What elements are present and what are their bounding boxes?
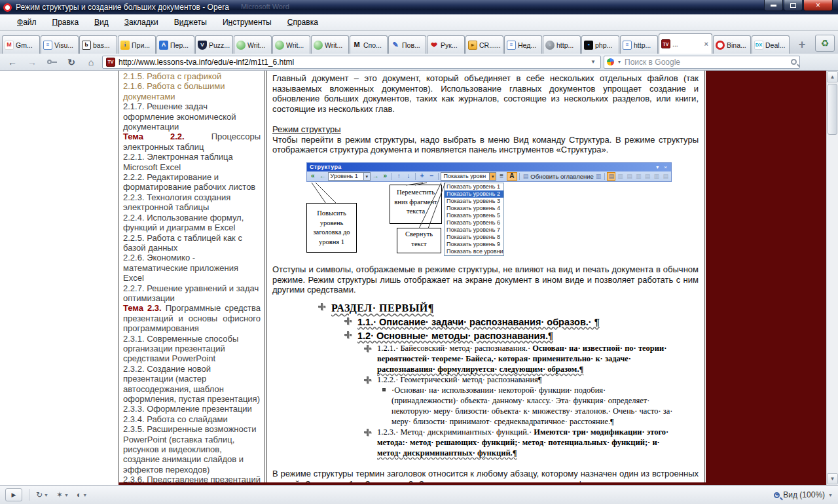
tab-spo[interactable]: Спо... <box>350 35 388 54</box>
sidebar-link[interactable]: 2.3.4. Работа со слайдами <box>123 414 261 424</box>
globe-clock-icon: ◐ <box>77 490 81 499</box>
sidebar-link[interactable]: 2.2.5. Работа с таблицей как с базой дан… <box>123 233 261 253</box>
chevron-down-icon: ▼ <box>828 493 833 497</box>
menu-help[interactable]: Справка <box>280 16 326 29</box>
tab-cr[interactable]: CR...... <box>465 35 503 54</box>
dropdown-item: Показать уровень 6 <box>445 219 503 226</box>
menu-view[interactable]: Вид <box>86 16 117 29</box>
menu-bar: Файл Правка Вид Закладки Виджеты Инструм… <box>0 14 838 31</box>
reload-button[interactable]: ↻ <box>63 57 80 67</box>
status-bar: ▶ ↻▼ ✶▼ ◐▼ Вид (100%) ▼ <box>0 485 838 504</box>
outline-plus-icon <box>344 317 352 325</box>
sidebar-link[interactable]: 2.3.1. Современные способы организации п… <box>123 334 261 364</box>
tv-favicon <box>106 58 115 67</box>
close-button[interactable]: × <box>803 0 833 11</box>
sidebar-link[interactable]: 2.2.6. Экономико - математические прилож… <box>123 253 261 283</box>
sidebar-link[interactable]: 2.1.7. Решение задач оформление экономич… <box>123 101 261 132</box>
sidebar-link[interactable]: 2.2.1. Электронная таблица Microsoft Exc… <box>123 152 261 172</box>
new-tab-button[interactable]: + <box>793 36 811 53</box>
tab-lessons-tva-active[interactable]: ...× <box>659 33 712 54</box>
goto-toc-icon: ▥ <box>596 171 602 182</box>
sidebar-link[interactable]: 2.2.4. Использование формул, функций и д… <box>123 213 261 233</box>
sidebar-link[interactable]: 2.3.5. Расширенные возможности PowerPoin… <box>123 424 261 475</box>
tab-ruk[interactable]: Рук... <box>427 35 465 54</box>
promote-button: ← <box>318 172 327 181</box>
web-page-viewport: 2.1.5. Работа с графикой 2.1.6. Работа с… <box>0 71 838 485</box>
zoom-control[interactable]: Вид (100%) ▼ <box>774 490 833 499</box>
menu-bookmarks[interactable]: Закладки <box>117 16 166 29</box>
dropdown-item: Показать уровень 4 <box>445 205 503 212</box>
tab-puzzle[interactable]: Puzz... <box>195 35 233 54</box>
tab-binary[interactable]: Bina... <box>713 35 751 54</box>
closed-tabs-trash-button[interactable]: ♻ <box>815 35 835 52</box>
home-button[interactable]: ⌂ <box>82 57 100 67</box>
tab-translate[interactable]: Пер... <box>156 35 194 54</box>
search-engine-dropdown-icon[interactable]: ▾ <box>617 59 622 65</box>
search-input[interactable]: ▾ Поиск в Google <box>604 56 800 69</box>
menu-file[interactable]: Файл <box>9 16 45 29</box>
outline-level-combobox: Уровень 1▾ <box>328 172 371 181</box>
tab-writing-2[interactable]: Writ... <box>272 35 310 54</box>
document-outline-figure: РАЗДЕЛ· ПЕРВЫЙ¶ 1.1.· Описание· задачи· … <box>272 301 699 458</box>
dropdown-item-selected: Показать уровень 2 <box>445 190 503 198</box>
outline-line-level2: 1.2· Основные· методы· распознавания.¶ <box>272 329 699 343</box>
tab-gmail[interactable]: Gm... <box>2 35 40 54</box>
window-title: Режим структуры и создание больших докум… <box>16 3 229 12</box>
combo-arrow-icon: ▾ <box>363 173 370 180</box>
master-document-view-button: ▤ <box>607 172 615 181</box>
sync-menu-button[interactable]: ↻▼ <box>32 489 52 501</box>
scroll-down-button[interactable]: ▼ <box>827 473 838 484</box>
master-doc-button: ▤ <box>661 172 670 181</box>
turbo-menu-button[interactable]: ✶▼ <box>52 489 73 501</box>
tab-http-2[interactable]: http... <box>620 35 658 54</box>
menu-widgets[interactable]: Виджеты <box>166 16 215 29</box>
tab-pri[interactable]: При... <box>118 35 156 54</box>
sidebar-link[interactable]: 2.2.2. Редактирование и форматирование р… <box>123 172 261 192</box>
paragraph-switch-to-structure: Чтобы перейти в режим структуры, надо вы… <box>272 135 699 155</box>
url-dropdown-icon[interactable]: ▼ <box>589 59 597 65</box>
panels-toggle-button[interactable]: ▶ <box>5 488 22 501</box>
tab-php[interactable]: php... <box>581 35 619 54</box>
tab-writing-1[interactable]: Writ... <box>234 35 272 54</box>
paragraph-heading-definition: В режиме структуры термин заголовок отно… <box>272 469 699 482</box>
wand-login-button[interactable] <box>43 60 60 64</box>
folder-icon <box>468 41 477 50</box>
tab-http-1[interactable]: http... <box>543 35 581 54</box>
forward-button[interactable]: → <box>24 57 41 67</box>
sidebar-link-current[interactable]: 2.1.6. Работа с большими документами <box>123 81 261 101</box>
restore-button[interactable] <box>784 0 803 11</box>
google-icon <box>607 58 614 65</box>
red-heart-icon <box>429 41 439 50</box>
sidebar-link[interactable]: 2.1.5. Работа с графикой <box>123 71 261 81</box>
combo-arrow-icon: ▾ <box>489 173 496 180</box>
structure-toolbar: Структура ▾ × « ← Уровень 1▾ → » ↑ ↓ <box>306 162 672 182</box>
sidebar-link[interactable]: 2.3.6. Представление презентаций <box>123 475 261 482</box>
sidebar-link[interactable]: 2.2.3. Технология создания электронной т… <box>123 192 261 213</box>
close-icon: × <box>816 1 820 9</box>
sidebar-link[interactable]: 2.3.3. Оформление презентации <box>123 404 261 414</box>
tab-basic[interactable]: bas... <box>79 35 117 54</box>
search-icon[interactable] <box>791 59 797 65</box>
green-ball-icon <box>275 41 284 50</box>
menu-edit[interactable]: Правка <box>45 16 87 29</box>
minimize-button[interactable] <box>764 0 783 11</box>
back-button[interactable]: ← <box>4 57 21 67</box>
network-menu-button[interactable]: ◐▼ <box>73 489 91 501</box>
home-icon: ⌂ <box>88 57 94 67</box>
scroll-up-button[interactable]: ▲ <box>827 71 838 82</box>
menu-tools[interactable]: Инструменты <box>215 16 280 29</box>
sidebar-theme: Тема 2.3. Программные средства презентац… <box>123 303 261 333</box>
tab-visual[interactable]: Visu... <box>41 35 79 54</box>
toolbar-separator <box>415 173 416 180</box>
sidebar-link[interactable]: 2.3.2. Создание новой презентации (масте… <box>123 364 261 405</box>
page-scrollbar[interactable]: ▲ ▼ <box>826 71 838 485</box>
tab-writing-3[interactable]: Writ... <box>311 35 349 54</box>
url-input[interactable]: http://www.lessons-tva.info/edu/e-inf2/m… <box>102 56 601 69</box>
tab-ned[interactable]: Нед... <box>504 35 542 54</box>
tab-pov[interactable]: Пов... <box>388 35 426 54</box>
scrollbar-thumb[interactable] <box>828 84 837 135</box>
restore-icon <box>790 3 796 8</box>
tab-close-icon[interactable]: × <box>703 40 710 48</box>
sidebar-link[interactable]: 2.2.7. Решение уравнений и задач оптимиз… <box>123 283 261 304</box>
tab-deal[interactable]: Deal... <box>752 35 790 54</box>
